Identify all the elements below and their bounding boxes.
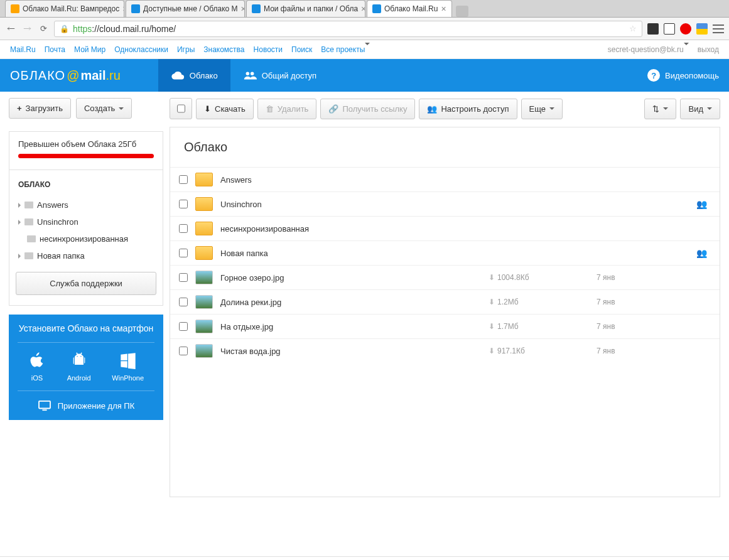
tree-item[interactable]: Новая папка [16,247,156,264]
file-name[interactable]: На отдыхе.jpg [220,322,481,331]
file-row[interactable]: несинхронизированная [170,216,720,240]
folder-icon [24,202,33,208]
close-icon[interactable]: × [241,4,245,14]
tab-shared[interactable]: Общий доступ [230,59,329,92]
favicon-icon [11,4,19,13]
ext-icon[interactable] [696,23,708,35]
close-icon[interactable]: × [441,4,446,14]
logo-text: mail [80,68,105,83]
abp-icon[interactable] [680,23,691,35]
tree-item[interactable]: Unsinchron [16,213,156,230]
file-checkbox[interactable] [179,224,188,233]
nav-link[interactable]: Все проекты [321,45,370,54]
file-row[interactable]: Горное озеро.jpg ⬇ 1004.8Кб 7 янв [170,265,720,289]
nav-link[interactable]: Новости [254,45,283,54]
file-checkbox[interactable] [179,200,188,208]
nav-link[interactable]: Игры [177,45,195,54]
file-name[interactable]: Новая папка [220,249,481,258]
svg-point-1 [251,72,254,76]
promo-ios[interactable]: iOS [28,352,46,382]
browser-tab-0[interactable]: Облако Mail.Ru: Вампредос× [5,0,124,17]
upload-button[interactable]: + Загрузить [9,98,71,119]
delete-button[interactable]: 🗑 Удалить [257,99,317,119]
file-name[interactable]: Unsinchron [220,200,481,209]
reload-button[interactable]: ⟳ [38,23,49,35]
user-email[interactable]: secret-question@bk.ru [608,45,689,54]
tab-cloud[interactable]: Облако [158,59,230,92]
link-icon: 🔗 [328,104,338,114]
tree-item[interactable]: Answers [16,197,156,213]
promo-android[interactable]: Android [67,352,91,382]
browser-tab-2[interactable]: Мои файлы и папки / Обла× [246,0,365,17]
ext-icon[interactable] [647,23,659,35]
favicon-icon [131,4,140,13]
logout-link[interactable]: выход [698,45,719,54]
windows-icon [119,352,137,369]
file-row[interactable]: Answers [170,167,720,191]
support-button[interactable]: Служба поддержки [16,272,156,295]
new-tab-button[interactable] [456,6,468,17]
tab-title: Облако Mail.Ru: Вампредос [23,4,119,13]
nav-link[interactable]: Одноклассники [114,45,168,54]
menu-icon[interactable] [713,24,724,33]
thumbnail-icon [195,271,213,284]
back-button[interactable]: 🡐 [5,23,16,35]
view-button[interactable]: Вид [680,99,720,119]
more-button[interactable]: Еще [521,99,563,119]
nav-link[interactable]: Поиск [291,45,312,54]
file-checkbox[interactable] [179,273,188,282]
nav-link[interactable]: Знакомства [203,45,244,54]
file-panel: Облако Answers Unsinchron 👥 несинхронизи… [170,127,720,497]
browser-tab-3[interactable]: Облако Mail.Ru× [367,0,452,17]
forward-button[interactable]: 🡒 [21,23,33,35]
quota-panel: Превышен объем Облака 25Гб [9,131,163,170]
file-checkbox[interactable] [179,347,188,355]
file-checkbox[interactable] [179,249,188,257]
url-input[interactable]: 🔒 https://cloud.mail.ru/home/ ☆ [54,21,642,37]
file-row[interactable]: Unsinchron 👥 [170,191,720,216]
folder-icon [27,235,36,242]
tree-label: Answers [37,200,68,210]
file-row[interactable]: На отдыхе.jpg ⬇ 1.7Мб 7 янв [170,314,720,338]
file-row[interactable]: Чистая вода.jpg ⬇ 917.1Кб 7 янв [170,338,720,363]
select-all-checkbox[interactable] [177,104,185,113]
download-button[interactable]: ⬇ Скачать [196,99,254,119]
cloud-icon [171,70,185,80]
nav-link[interactable]: Mail.Ru [10,45,36,54]
get-link-button[interactable]: 🔗 Получить ссылку [320,99,415,119]
app-header: ОБЛАКО@mail.ru Облако Общий доступ ? Вид… [0,59,729,92]
main-area: ⬇ Скачать 🗑 Удалить 🔗 Получить ссылку 👥 … [170,98,720,544]
file-row[interactable]: Новая папка 👥 [170,240,720,265]
tab-title: Доступные мне / Облако M [143,4,238,13]
file-name[interactable]: Answers [220,175,481,185]
share-access-button[interactable]: 👥 Настроить доступ [419,99,517,119]
file-checkbox[interactable] [179,322,188,331]
close-icon[interactable]: × [122,4,124,14]
bookmark-icon[interactable]: ☆ [629,24,637,33]
nav-link[interactable]: Мой Мир [74,45,105,54]
create-button[interactable]: Создать [76,98,132,119]
sort-button[interactable]: ⇅ [644,99,676,119]
at-icon: @ [67,68,79,83]
file-name[interactable]: Горное озеро.jpg [220,273,481,283]
file-date: 7 янв [597,347,684,355]
file-row[interactable]: Долина реки.jpg ⬇ 1.2Мб 7 янв [170,289,720,314]
select-all-button[interactable] [170,98,192,119]
file-size: ⬇ 1.7Мб [489,322,589,331]
promo-winphone[interactable]: WinPhone [112,352,144,382]
file-date: 7 янв [597,322,684,331]
nav-link[interactable]: Почта [45,45,65,54]
tree-item[interactable]: несинхронизированная [16,230,156,247]
video-help-link[interactable]: ? Видеопомощь [647,69,719,82]
browser-tab-1[interactable]: Доступные мне / Облако M× [126,0,245,17]
logo[interactable]: ОБЛАКО@mail.ru [10,68,121,83]
file-name[interactable]: несинхронизированная [220,224,481,234]
file-checkbox[interactable] [179,175,188,184]
ext-icon[interactable] [664,23,675,35]
file-name[interactable]: Чистая вода.jpg [220,347,481,356]
file-checkbox[interactable] [179,298,188,306]
close-icon[interactable]: × [361,4,365,14]
file-name[interactable]: Долина реки.jpg [220,298,481,307]
download-icon: ⬇ [489,347,495,355]
promo-desktop[interactable]: Приложение для ПК [18,391,154,411]
